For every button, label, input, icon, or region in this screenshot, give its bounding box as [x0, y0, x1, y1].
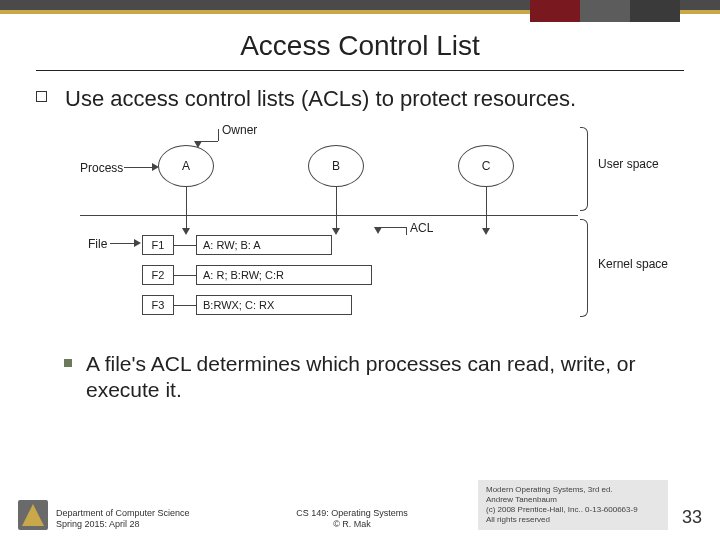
label-owner: Owner: [222, 123, 257, 137]
acl-box: A: R; B:RW; C:R: [196, 265, 372, 285]
accent-stripes: [530, 0, 680, 22]
bullet1-text: Use access control lists (ACLs) to prote…: [65, 85, 576, 113]
credit-line3: (c) 2008 Prentice-Hall, Inc.. 0-13-60066…: [486, 505, 660, 515]
label-kernelspace: Kernel space: [598, 257, 668, 271]
acl-box: B:RWX; C: RX: [196, 295, 352, 315]
arrow-line: [218, 129, 219, 141]
dept-line1: Department of Computer Science: [56, 508, 226, 519]
course-line2: © R. Mak: [226, 519, 478, 530]
arrow-down-icon: [482, 228, 490, 235]
label-file: File: [88, 237, 107, 251]
bullet2-text: A file's ACL determines which processes …: [86, 351, 684, 404]
label-userspace: User space: [598, 157, 659, 171]
course-line1: CS 149: Operating Systems: [226, 508, 478, 519]
label-acl: ACL: [410, 221, 433, 235]
connector-line: [174, 275, 196, 276]
file-box: F1: [142, 235, 174, 255]
label-process: Process: [80, 161, 123, 175]
page-number: 33: [682, 507, 702, 528]
file-box: F2: [142, 265, 174, 285]
arrow-down-icon: [182, 228, 190, 235]
arrow-right-icon: [134, 239, 141, 247]
acl-box: A: RW; B: A: [196, 235, 332, 255]
small-square-bullet-icon: [64, 359, 72, 367]
arrow-down-icon: [374, 227, 382, 234]
process-circle-a: A: [158, 145, 214, 187]
credit-line4: All rights reserved: [486, 515, 660, 525]
credit-box: Modern Operating Systems, 3rd ed. Andrew…: [478, 480, 668, 530]
arrow-down-icon: [332, 228, 340, 235]
dept-line2: Spring 2015: April 28: [56, 519, 226, 530]
bullet-level1: Use access control lists (ACLs) to prote…: [36, 85, 684, 113]
slide-title: Access Control List: [0, 30, 720, 62]
arrow-line: [486, 187, 487, 229]
footer-left: Department of Computer Science Spring 20…: [56, 508, 226, 531]
separator-line: [80, 215, 578, 216]
file-box: F3: [142, 295, 174, 315]
slide-content: Use access control lists (ACLs) to prote…: [0, 71, 720, 403]
arrow-line: [186, 187, 187, 229]
footer: Department of Computer Science Spring 20…: [0, 480, 720, 530]
arrow-line: [378, 227, 406, 228]
brace-kernel-icon: [580, 219, 588, 317]
connector-line: [174, 245, 196, 246]
square-bullet-icon: [36, 91, 47, 102]
arrow-line: [124, 167, 154, 168]
brace-user-icon: [580, 127, 588, 211]
acl-diagram: Process Owner A B C User space Kernel sp…: [80, 123, 670, 343]
process-circle-b: B: [308, 145, 364, 187]
connector-line: [174, 305, 196, 306]
footer-center: CS 149: Operating Systems © R. Mak: [226, 508, 478, 531]
bullet-level2: A file's ACL determines which processes …: [36, 351, 684, 404]
arrow-line: [336, 187, 337, 229]
arrow-line: [110, 243, 136, 244]
credit-line2: Andrew Tanenbaum: [486, 495, 660, 505]
sjsu-logo-icon: [18, 500, 48, 530]
credit-line1: Modern Operating Systems, 3rd ed.: [486, 485, 660, 495]
arrow-line: [406, 227, 407, 235]
process-circle-c: C: [458, 145, 514, 187]
